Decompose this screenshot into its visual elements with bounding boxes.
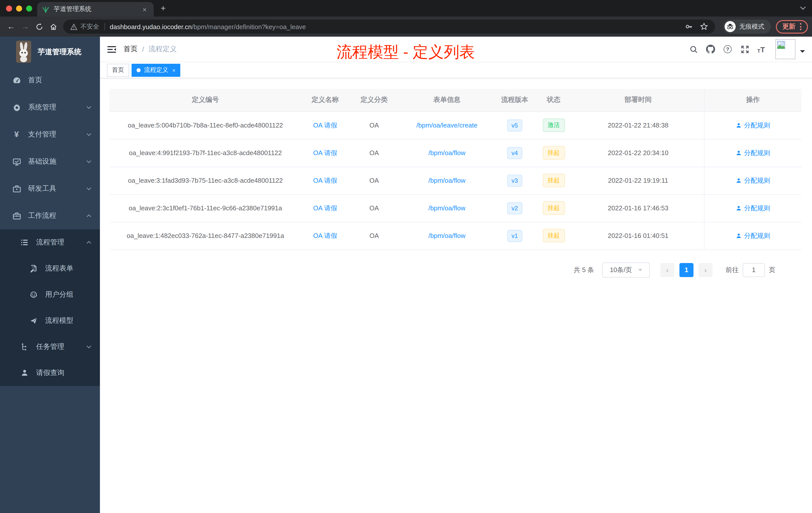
definition-category: OA — [349, 167, 399, 194]
col-definition-id: 定义编号 — [110, 89, 301, 112]
sidebar-item-user-group[interactable]: 用户分组 — [0, 281, 100, 308]
sidebar-item-system[interactable]: 系统管理 — [0, 94, 100, 121]
url-domain: dashboard.yudao.iocoder.cn — [110, 23, 192, 30]
chevron-down-icon — [86, 344, 92, 350]
definition-name-link[interactable]: OA 请假 — [313, 149, 337, 156]
favicon-leaf-icon — [42, 6, 49, 13]
assign-rule-link[interactable]: 分配规则 — [736, 148, 770, 157]
sidebar-logo[interactable]: 芋道管理系统 — [0, 37, 100, 67]
forward-icon[interactable]: → — [18, 20, 32, 34]
yen-icon: ¥ — [12, 130, 21, 139]
sidebar-fold-icon[interactable] — [100, 37, 123, 62]
logo-avatar — [16, 41, 31, 63]
total-count-label: 共 5 条 — [574, 265, 594, 274]
font-size-icon[interactable]: TT — [757, 45, 766, 54]
goto-page-input[interactable] — [743, 263, 765, 277]
breadcrumb-home[interactable]: 首页 — [123, 45, 138, 54]
table-header-row: 定义编号 定义名称 定义分类 表单信息 流程版本 状态 部署时间 操作 — [110, 89, 802, 112]
form-info-link[interactable]: /bpm/oa/flow — [428, 232, 465, 239]
definition-category: OA — [349, 139, 399, 167]
sidebar-item-leave-query[interactable]: 请假查询 — [0, 360, 100, 386]
window-minimize-button[interactable] — [16, 5, 22, 11]
sidebar-item-task-mgmt[interactable]: 任务管理 — [0, 334, 100, 360]
tag-home[interactable]: 首页 — [107, 63, 129, 77]
browser-menu-kebab-icon[interactable] — [800, 23, 802, 30]
browser-tab-strip: 芋道管理系统 × + — [0, 0, 812, 17]
dashboard-icon — [12, 76, 21, 85]
sidebar-item-infra[interactable]: 基础设施 — [0, 148, 100, 175]
assign-rule-link[interactable]: 分配规则 — [736, 204, 770, 213]
sidebar-item-process-model[interactable]: 流程模型 — [0, 308, 100, 334]
tag-close-icon[interactable]: × — [172, 67, 175, 73]
breadcrumb: 首页 / 流程定义 — [123, 45, 177, 54]
col-process-version: 流程版本 — [495, 89, 535, 112]
assign-rule-link[interactable]: 分配规则 — [736, 176, 770, 185]
search-icon[interactable] — [689, 45, 698, 54]
deploy-time: 2022-01-22 20:34:10 — [573, 139, 704, 167]
chevron-down-icon — [86, 104, 92, 111]
definition-name-link[interactable]: OA 请假 — [313, 176, 337, 184]
chevron-down-icon — [86, 186, 92, 192]
github-icon[interactable] — [706, 45, 715, 54]
tab-search-chevron-icon[interactable] — [800, 6, 806, 10]
window-zoom-button[interactable] — [26, 5, 32, 11]
avatar-dropdown-caret-icon[interactable] — [800, 50, 805, 55]
user-avatar[interactable] — [775, 39, 795, 59]
home-icon[interactable] — [46, 20, 60, 34]
reload-icon[interactable] — [32, 20, 46, 34]
assign-rule-link[interactable]: 分配规则 — [736, 121, 770, 130]
tab-close-icon[interactable]: × — [141, 5, 149, 13]
sidebar-item-workflow[interactable]: 工作流程 — [0, 202, 100, 230]
page-unit-label: 页 — [769, 265, 775, 274]
form-info-link[interactable]: /bpm/oa/leave/create — [416, 121, 477, 129]
window-close-button[interactable] — [6, 5, 12, 11]
definition-id: oa_leave:4:991f2193-7b7f-11ec-a3c8-acde4… — [110, 139, 301, 167]
page-number-button[interactable]: 1 — [679, 263, 694, 277]
toolbox-icon — [12, 184, 21, 193]
page-size-select[interactable]: 10条/页 — [602, 262, 650, 277]
prev-page-button[interactable]: ‹ — [660, 263, 674, 277]
assign-rule-link[interactable]: 分配规则 — [736, 231, 770, 240]
browser-update-button[interactable]: 更新 — [776, 20, 808, 33]
url-separator — [104, 23, 105, 30]
sidebar-item-payment[interactable]: ¥ 支付管理 — [0, 121, 100, 148]
security-label[interactable]: 不安全 — [80, 22, 99, 31]
definition-table: 定义编号 定义名称 定义分类 表单信息 流程版本 状态 部署时间 操作 oa_l — [110, 89, 802, 250]
form-info-link[interactable]: /bpm/oa/flow — [428, 204, 465, 212]
back-icon[interactable]: ← — [4, 20, 18, 34]
help-icon[interactable]: ? — [723, 45, 732, 54]
tab-title: 芋道管理系统 — [54, 5, 141, 13]
deploy-time: 2022-01-22 21:48:38 — [573, 112, 704, 139]
form-info-link[interactable]: /bpm/oa/flow — [428, 149, 465, 157]
sidebar-item-home[interactable]: 首页 — [0, 67, 100, 94]
bookmark-star-icon[interactable] — [700, 23, 708, 31]
status-badge: 挂起 — [543, 146, 565, 160]
col-deploy-time: 部署时间 — [573, 89, 704, 112]
browser-tab[interactable]: 芋道管理系统 × — [37, 2, 154, 17]
sidebar-item-devtools[interactable]: 研发工具 — [0, 175, 100, 202]
update-label[interactable]: 更新 — [782, 22, 795, 31]
definition-name-link[interactable]: OA 请假 — [313, 121, 337, 129]
deploy-time: 2022-01-22 19:19:11 — [573, 167, 704, 194]
table-row: oa_leave:5:004b710b-7b8a-11ec-8ef0-acde4… — [110, 112, 802, 139]
version-badge: v3 — [507, 175, 522, 186]
sidebar: 芋道管理系统 首页 系统管理 ¥ 支付管理 — [0, 37, 100, 513]
new-tab-button[interactable]: + — [161, 4, 166, 12]
definition-name-link[interactable]: OA 请假 — [313, 232, 337, 239]
form-info-link[interactable]: /bpm/oa/flow — [428, 177, 465, 184]
col-form-info: 表单信息 — [399, 89, 495, 112]
window-controls — [0, 5, 32, 11]
definition-name-link[interactable]: OA 请假 — [313, 204, 337, 212]
tag-process-definition[interactable]: 流程定义 × — [132, 63, 180, 77]
password-key-icon[interactable] — [685, 23, 693, 31]
monitor-icon — [12, 157, 21, 166]
sidebar-item-process-form[interactable]: 流程表单 — [0, 255, 100, 281]
select-caret-icon — [638, 269, 642, 273]
breadcrumb-current: 流程定义 — [149, 45, 177, 54]
next-page-button[interactable]: › — [698, 263, 713, 277]
app-title: 芋道管理系统 — [38, 47, 81, 57]
definition-id: oa_leave:3:1fad3d93-7b75-11ec-a3c8-acde4… — [110, 167, 301, 194]
url-bar[interactable]: 不安全 dashboard.yudao.iocoder.cn/bpm/manag… — [63, 20, 715, 34]
sidebar-item-process-mgmt[interactable]: 流程管理 — [0, 230, 100, 255]
fullscreen-icon[interactable] — [740, 45, 749, 54]
